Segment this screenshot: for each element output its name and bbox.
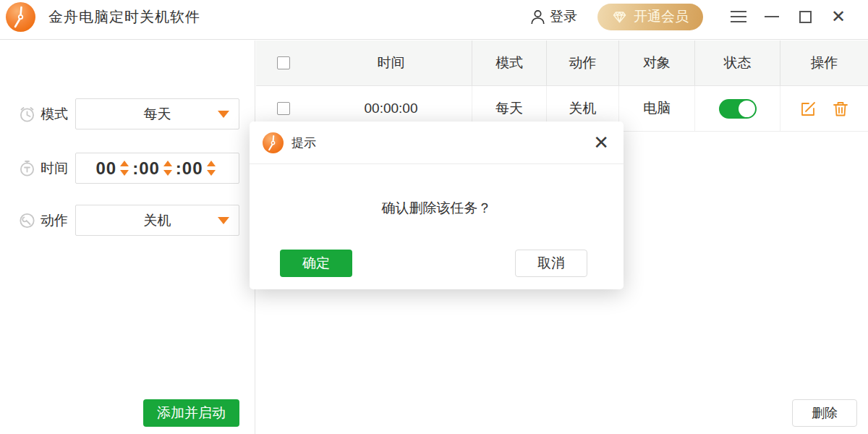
delete-selected-button[interactable]: 删除 — [792, 399, 857, 427]
app-title: 金舟电脑定时关机软件 — [48, 7, 200, 27]
minimize-button[interactable] — [755, 4, 788, 29]
titlebar-right: 登录 开通会员 — [529, 4, 855, 30]
timer-icon — [17, 158, 37, 178]
alarm-clock-icon — [17, 104, 37, 124]
colon: : — [176, 158, 182, 179]
header-action: 动作 — [546, 41, 618, 85]
mode-value: 每天 — [144, 105, 171, 124]
arrow-up-icon[interactable] — [120, 161, 129, 166]
dialog-header: 提示 ✕ — [250, 122, 624, 164]
mode-select[interactable]: 每天 — [75, 98, 239, 129]
chevron-down-icon — [218, 217, 229, 224]
app-window: 金舟电脑定时关机软件 登录 开通会员 — [0, 0, 868, 434]
arrow-down-icon[interactable] — [120, 170, 129, 176]
hours-value: 00 — [95, 158, 116, 179]
toggle-knob — [739, 101, 755, 117]
action-row: 动作 关机 — [17, 205, 239, 236]
edit-button[interactable] — [799, 100, 817, 118]
hours-stepper[interactable] — [120, 161, 129, 176]
window-controls: ✕ — [722, 4, 855, 29]
login-button[interactable]: 登录 — [529, 7, 577, 26]
minimize-icon — [765, 16, 779, 17]
table-header: 时间 模式 动作 对象 状态 操作 — [256, 41, 868, 86]
select-all-checkbox[interactable] — [277, 56, 290, 69]
arrow-down-icon[interactable] — [207, 170, 216, 176]
row-checkbox[interactable] — [277, 102, 290, 115]
arrow-down-icon[interactable] — [163, 170, 172, 176]
header-time: 时间 — [310, 41, 472, 85]
minutes-value: 00 — [139, 158, 160, 179]
maximize-button[interactable] — [788, 4, 822, 29]
header-mode: 模式 — [472, 41, 546, 85]
confirm-button[interactable]: 确定 — [280, 250, 352, 277]
seconds-stepper[interactable] — [207, 161, 216, 176]
action-select[interactable]: 关机 — [75, 205, 239, 236]
user-icon — [529, 9, 546, 25]
maximize-icon — [799, 11, 812, 23]
header-checkbox-cell — [256, 41, 310, 85]
dialog-title: 提示 — [292, 135, 316, 151]
time-label: 时间 — [41, 159, 71, 178]
row-target: 电脑 — [618, 86, 694, 131]
vip-upgrade-button[interactable]: 开通会员 — [597, 4, 703, 30]
minutes-stepper[interactable] — [163, 161, 172, 176]
mode-label: 模式 — [41, 105, 71, 124]
cancel-button[interactable]: 取消 — [515, 250, 587, 277]
delete-row-button[interactable] — [832, 100, 849, 118]
confirm-dialog: 提示 ✕ 确认删除该任务？ 确定 取消 — [250, 122, 624, 289]
action-label: 动作 — [41, 211, 71, 230]
login-label: 登录 — [550, 7, 577, 26]
header-target: 对象 — [618, 41, 694, 85]
colon: : — [132, 158, 139, 179]
dialog-close-button[interactable]: ✕ — [593, 133, 609, 152]
action-value: 关机 — [144, 211, 171, 230]
wrench-icon — [17, 210, 37, 230]
header-status: 状态 — [694, 41, 780, 85]
hamburger-icon — [731, 11, 746, 22]
dialog-message: 确认删除该任务？ — [250, 199, 624, 218]
header-operation: 操作 — [780, 41, 868, 85]
mode-row: 模式 每天 — [17, 98, 239, 129]
app-menu-button[interactable] — [722, 4, 755, 29]
seconds-value: 00 — [182, 158, 203, 179]
time-spinner[interactable]: 00 : 00 : 00 — [75, 153, 239, 184]
close-icon: ✕ — [593, 132, 609, 153]
close-button[interactable]: ✕ — [822, 4, 855, 29]
vip-label: 开通会员 — [634, 7, 689, 26]
arrow-up-icon[interactable] — [207, 161, 216, 166]
arrow-up-icon[interactable] — [163, 161, 172, 166]
app-logo-icon — [6, 2, 35, 32]
time-row: 时间 00 : 00 : 00 — [17, 153, 239, 184]
titlebar: 金舟电脑定时关机软件 登录 开通会员 — [0, 0, 868, 40]
add-and-start-button[interactable]: 添加并启动 — [143, 399, 239, 427]
dialog-logo-icon — [263, 132, 284, 153]
close-icon: ✕ — [831, 8, 846, 25]
row-operations — [780, 86, 868, 131]
row-status-cell — [694, 86, 780, 131]
task-form-panel: 模式 每天 时间 00 : 00 : 00 — [0, 41, 255, 434]
gem-icon — [612, 9, 627, 25]
status-toggle[interactable] — [719, 99, 757, 119]
chevron-down-icon — [218, 111, 229, 118]
